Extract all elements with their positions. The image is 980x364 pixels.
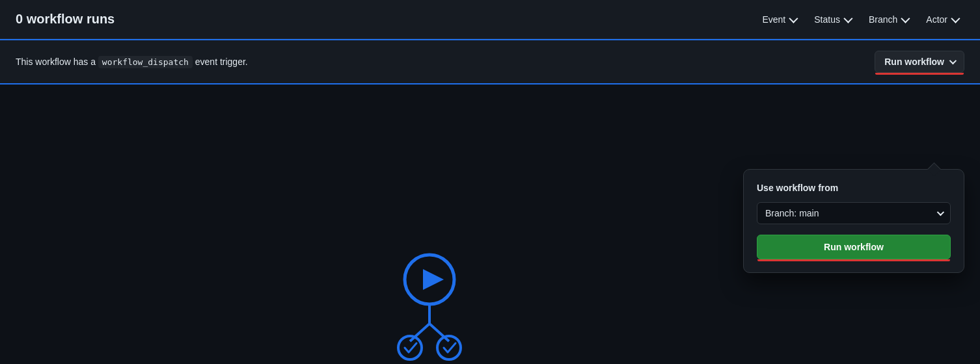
status-chevron-icon [843, 14, 852, 23]
dispatch-code: workflow_dispatch [98, 56, 193, 68]
actor-filter-button[interactable]: Actor [919, 10, 964, 29]
svg-line-4 [429, 324, 449, 341]
branch-selector-chevron-icon [937, 209, 944, 216]
run-workflow-green-label: Run workflow [824, 242, 884, 252]
workflow-illustration [364, 228, 508, 364]
run-workflow-dropdown: Use workflow from Branch: main Run workf… [743, 169, 964, 273]
branch-filter-label: Branch [869, 14, 897, 25]
run-workflow-button[interactable]: Run workflow [875, 51, 964, 73]
run-workflow-green-button[interactable]: Run workflow [757, 235, 951, 259]
svg-marker-1 [423, 269, 444, 290]
header-bar: 0 workflow runs Event Status Branch Acto… [0, 0, 980, 39]
branch-chevron-icon [901, 14, 910, 23]
dispatch-text: This workflow has a workflow_dispatch ev… [16, 57, 248, 67]
actor-filter-label: Actor [926, 14, 947, 25]
event-chevron-icon [789, 14, 798, 23]
status-filter-label: Status [814, 14, 840, 25]
branch-filter-button[interactable]: Branch [862, 10, 914, 29]
filter-group: Event Status Branch Actor [755, 10, 964, 29]
run-workflow-chevron-icon [949, 57, 957, 64]
status-filter-button[interactable]: Status [808, 10, 857, 29]
main-container: 0 workflow runs Event Status Branch Acto… [0, 0, 980, 364]
run-workflow-button-label: Run workflow [884, 57, 944, 67]
actor-chevron-icon [951, 14, 960, 23]
event-filter-label: Event [762, 14, 785, 25]
branch-selector-label: Branch: main [765, 208, 819, 218]
page-title: 0 workflow runs [16, 12, 115, 27]
dispatch-text-prefix: This workflow has a [16, 57, 96, 67]
dispatch-text-suffix: event trigger. [195, 57, 248, 67]
svg-line-3 [410, 324, 429, 341]
dispatch-banner: This workflow has a workflow_dispatch ev… [0, 39, 980, 84]
dropdown-title: Use workflow from [757, 183, 951, 193]
branch-selector-button[interactable]: Branch: main [757, 202, 951, 224]
empty-area: Use workflow from Branch: main Run workf… [0, 84, 980, 364]
event-filter-button[interactable]: Event [755, 10, 802, 29]
